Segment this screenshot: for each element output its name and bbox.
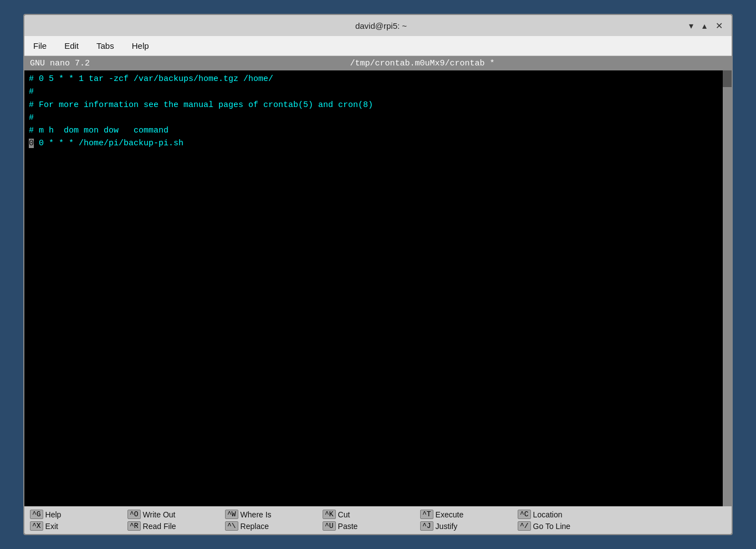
shortcut-key: ^C <box>518 510 531 519</box>
shortcut-item: ^WWhere Is <box>225 510 314 519</box>
menu-bar: FileEditTabsHelp <box>24 36 732 56</box>
shortcut-key: ^X <box>30 521 43 531</box>
shortcut-item: ^KCut <box>323 510 411 519</box>
menu-item-file[interactable]: File <box>30 39 50 53</box>
shortcut-label: Write Out <box>143 510 176 519</box>
shortcut-item: ^OWrite Out <box>127 510 216 519</box>
shortcut-label: Location <box>533 510 563 519</box>
shortcut-item: ^XExit <box>30 521 119 531</box>
text-cursor: 0 <box>29 139 34 148</box>
shortcut-key: ^R <box>127 521 141 531</box>
shortcut-key: ^O <box>127 510 141 519</box>
editor-line: # For more information see the manual pa… <box>24 99 723 111</box>
shortcut-label: Go To Line <box>533 522 570 531</box>
scrollbar-thumb[interactable] <box>723 70 732 87</box>
title-bar: david@rpi5: ~ ▾ ▴ ✕ <box>24 15 732 36</box>
shortcut-key: ^\ <box>225 521 238 531</box>
shortcut-item: ^JJustify <box>420 521 509 531</box>
shortcut-label: Paste <box>338 522 358 531</box>
shortcut-key: ^W <box>225 510 238 519</box>
shortcut-key: ^/ <box>518 521 531 531</box>
scrollbar[interactable] <box>723 70 732 506</box>
shortcut-label: Where Is <box>241 510 272 519</box>
shortcut-key: ^J <box>420 521 433 531</box>
shortcuts-bar: ^GHelp^OWrite Out^WWhere Is^KCut^TExecut… <box>24 506 732 534</box>
editor-area[interactable]: # 0 5 * * 1 tar -zcf /var/backups/home.t… <box>24 70 732 506</box>
shortcut-label: Replace <box>241 522 269 531</box>
menu-item-edit[interactable]: Edit <box>61 39 82 53</box>
menu-item-tabs[interactable]: Tabs <box>93 39 118 53</box>
nano-status-bar: GNU nano 7.2 /tmp/crontab.m0uMx9/crontab… <box>24 56 732 70</box>
shortcut-item: ^\ Replace <box>225 521 314 531</box>
shortcuts-row: ^XExit^RRead File^\ Replace^UPaste^JJust… <box>24 520 732 532</box>
shortcut-label: Justify <box>436 522 458 531</box>
shortcut-key: ^U <box>323 521 336 531</box>
editor-content[interactable]: # 0 5 * * 1 tar -zcf /var/backups/home.t… <box>24 70 723 506</box>
shortcut-key: ^G <box>30 510 43 519</box>
window-title: david@rpi5: ~ <box>75 21 687 30</box>
shortcut-label: Help <box>45 510 62 519</box>
maximize-button[interactable]: ▴ <box>700 19 709 32</box>
shortcut-key: ^K <box>323 510 336 519</box>
editor-line: # <box>24 85 723 98</box>
nano-version: GNU nano 7.2 <box>30 59 119 68</box>
shortcuts-row: ^GHelp^OWrite Out^WWhere Is^KCut^TExecut… <box>24 509 732 520</box>
shortcut-item: ^TExecute <box>420 510 509 519</box>
shortcut-item: ^CLocation <box>518 510 606 519</box>
shortcut-label: Execute <box>436 510 464 519</box>
terminal-window: david@rpi5: ~ ▾ ▴ ✕ FileEditTabsHelp GNU… <box>23 14 733 535</box>
shortcut-label: Cut <box>338 510 350 519</box>
window-controls: ▾ ▴ ✕ <box>687 19 725 32</box>
close-button[interactable]: ✕ <box>713 19 725 32</box>
editor-line: # <box>24 111 723 124</box>
shortcut-item: ^GHelp <box>30 510 119 519</box>
shortcut-label: Read File <box>143 522 176 531</box>
minimize-button[interactable]: ▾ <box>687 19 696 32</box>
shortcut-key: ^T <box>420 510 433 519</box>
editor-line: # 0 5 * * 1 tar -zcf /var/backups/home.t… <box>24 73 723 85</box>
editor-line: # m h dom mon dow command <box>24 124 723 137</box>
menu-item-help[interactable]: Help <box>129 39 152 53</box>
editor-line: 0 0 * * * /home/pi/backup-pi.sh <box>24 137 723 150</box>
nano-filename: /tmp/crontab.m0uMx9/crontab * <box>119 59 726 68</box>
shortcut-item: ^UPaste <box>323 521 411 531</box>
shortcut-label: Exit <box>45 522 58 531</box>
shortcut-item: ^/Go To Line <box>518 521 606 531</box>
shortcut-item: ^RRead File <box>127 521 216 531</box>
